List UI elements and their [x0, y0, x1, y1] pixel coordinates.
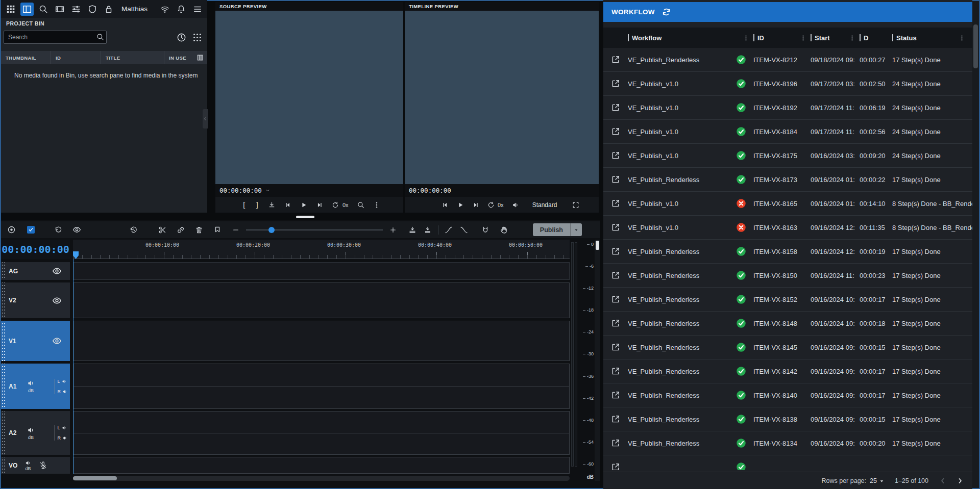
columns-config-icon[interactable]: [197, 54, 204, 61]
publish-dropdown-caret-icon[interactable]: [570, 223, 582, 236]
skip-forward-icon[interactable]: [472, 201, 479, 209]
open-workflow-link-icon[interactable]: [603, 55, 628, 64]
track-drag-grip[interactable]: [1, 364, 5, 409]
refresh-icon[interactable]: [662, 8, 671, 16]
sliders-icon[interactable]: [69, 3, 83, 16]
notifications-bell-icon[interactable]: [175, 3, 188, 16]
track-header-a1[interactable]: A1 dB L R: [1, 364, 70, 409]
select-mode-checkbox[interactable]: [24, 224, 37, 236]
track-mute-speaker-icon[interactable]: [27, 379, 35, 387]
track-lane-v2[interactable]: [73, 282, 570, 318]
shield-icon[interactable]: [86, 3, 99, 16]
track-visibility-eye-icon[interactable]: [52, 336, 62, 346]
apps-grid-icon[interactable]: [4, 3, 17, 16]
mark-in-button[interactable]: [: [242, 201, 246, 209]
track-visibility-eye-icon[interactable]: [52, 266, 62, 276]
play-icon[interactable]: [300, 201, 307, 209]
record-voiceover-icon[interactable]: [5, 224, 17, 236]
bin-collapse-handle[interactable]: [203, 109, 208, 128]
track-header-a2[interactable]: A2 dB L R: [1, 411, 70, 455]
next-page-icon[interactable]: [956, 477, 964, 485]
track-db-label[interactable]: dB: [28, 435, 34, 440]
editor-vertical-scrollbar[interactable]: [595, 240, 600, 481]
previous-page-icon[interactable]: [939, 477, 947, 485]
table-row[interactable]: VE_Publish_v1.0 ITEM-VX-8175 09/16/2024 …: [603, 144, 972, 168]
zoom-slider-knob[interactable]: [268, 227, 275, 233]
open-workflow-link-icon[interactable]: [603, 415, 628, 424]
channel-speaker-icon[interactable]: [62, 425, 67, 430]
skip-back-icon[interactable]: [442, 201, 449, 209]
channel-speaker-icon[interactable]: [62, 379, 67, 384]
track-lane-a1[interactable]: [73, 364, 570, 409]
channel-speaker-icon[interactable]: [62, 435, 67, 441]
horizontal-splitter[interactable]: [1, 213, 600, 220]
chevron-down-icon[interactable]: [265, 188, 271, 193]
fullscreen-icon[interactable]: [572, 201, 579, 209]
column-menu-icon[interactable]: [800, 35, 806, 41]
open-workflow-link-icon[interactable]: [603, 271, 628, 280]
publish-button-label[interactable]: Publish: [533, 223, 570, 236]
column-resize-handle[interactable]: [860, 34, 861, 41]
open-workflow-link-icon[interactable]: [603, 127, 628, 136]
column-menu-icon[interactable]: [959, 35, 965, 41]
delete-trash-icon[interactable]: [193, 224, 205, 236]
source-timecode[interactable]: 00:00:00:00: [219, 187, 262, 194]
column-start[interactable]: Start: [811, 34, 860, 42]
track-header-v2[interactable]: V2: [1, 282, 70, 318]
column-menu-icon[interactable]: [743, 35, 749, 41]
table-row[interactable]: VE_Publish_Renderless ITEM-VX-8145 09/16…: [603, 336, 972, 359]
vertical-scroll-thumb[interactable]: [596, 241, 599, 250]
track-drag-grip[interactable]: [1, 457, 5, 474]
column-id[interactable]: ID: [753, 34, 811, 42]
timeline-preview-video[interactable]: [405, 11, 599, 184]
history-icon[interactable]: [177, 33, 186, 42]
workflow-scroll-thumb[interactable]: [973, 24, 978, 68]
search-icon[interactable]: [37, 3, 50, 16]
track-drag-grip[interactable]: [1, 411, 5, 455]
zoom-in-icon[interactable]: [387, 224, 399, 236]
send-to-timeline-icon[interactable]: [268, 201, 276, 209]
splitter-grip[interactable]: [296, 216, 314, 218]
track-header-vo[interactable]: VO dB: [1, 457, 70, 474]
table-row[interactable]: VE_Publish_Renderless ITEM-VX-8173 09/16…: [603, 168, 972, 192]
source-preview-video[interactable]: [215, 11, 403, 184]
volume-icon[interactable]: [512, 201, 519, 209]
zoom-icon[interactable]: [357, 201, 364, 209]
overwrite-clip-icon[interactable]: [422, 224, 434, 236]
open-workflow-link-icon[interactable]: [603, 103, 628, 112]
table-row[interactable]: VE_Publish_Renderless ITEM-VX-8142 09/16…: [603, 359, 972, 383]
history-restore-icon[interactable]: [128, 224, 140, 236]
bin-column-title[interactable]: TITLE: [101, 51, 164, 64]
bin-search-input[interactable]: [4, 31, 107, 44]
open-workflow-link-icon[interactable]: [603, 199, 628, 208]
open-workflow-link-icon[interactable]: [603, 79, 628, 88]
open-workflow-link-icon[interactable]: [603, 175, 628, 184]
playback-speed-icon[interactable]: [487, 201, 495, 209]
mic-muted-icon[interactable]: [39, 461, 47, 469]
timeline-ruler[interactable]: 00:00:10:0000:00:20:0000:00:30:0000:00:4…: [73, 240, 570, 259]
track-mute-speaker-icon[interactable]: [27, 426, 35, 434]
track-header-v1[interactable]: V1: [1, 321, 70, 361]
column-menu-icon[interactable]: [849, 35, 855, 41]
open-workflow-link-icon[interactable]: [603, 462, 628, 470]
eye-visibility-icon[interactable]: [70, 224, 83, 236]
grid-view-icon[interactable]: [192, 33, 202, 42]
table-row[interactable]: [603, 455, 972, 470]
table-row[interactable]: VE_Publish_v1.0 ITEM-VX-8184 09/17/2024 …: [603, 120, 972, 144]
table-row[interactable]: VE_Publish_Renderless ITEM-VX-8138 09/16…: [603, 407, 972, 431]
open-workflow-link-icon[interactable]: [603, 367, 628, 376]
column-duration[interactable]: D: [860, 34, 892, 42]
marker-flag-icon[interactable]: [211, 224, 224, 236]
track-header-ag[interactable]: AG: [1, 262, 70, 280]
fade-in-icon[interactable]: [443, 224, 455, 236]
track-lane-vo[interactable]: [73, 457, 570, 474]
playhead-marker[interactable]: [73, 251, 79, 259]
open-workflow-link-icon[interactable]: [603, 343, 628, 352]
track-drag-grip[interactable]: [1, 262, 5, 280]
table-row[interactable]: VE_Publish_Renderless ITEM-VX-8150 09/16…: [603, 264, 972, 288]
bin-column-inuse[interactable]: IN USE: [164, 51, 195, 64]
table-row[interactable]: VE_Publish_Renderless ITEM-VX-8152 09/16…: [603, 288, 972, 312]
playback-quality-select[interactable]: Standard: [532, 201, 557, 209]
table-row[interactable]: VE_Publish_Renderless ITEM-VX-8212 09/18…: [603, 48, 972, 72]
skip-back-icon[interactable]: [284, 201, 291, 209]
